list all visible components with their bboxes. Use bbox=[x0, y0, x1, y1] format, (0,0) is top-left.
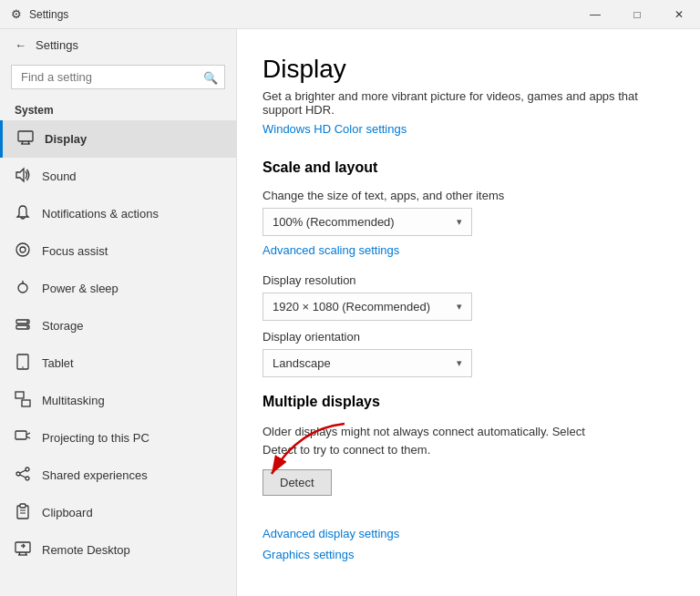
orientation-dropdown-arrow: ▾ bbox=[457, 357, 462, 369]
advanced-display-link[interactable]: Advanced display settings bbox=[262, 527, 664, 540]
orientation-label: Display orientation bbox=[262, 330, 664, 344]
detect-area: Detect bbox=[262, 469, 332, 512]
storage-icon bbox=[15, 316, 31, 335]
multitasking-icon bbox=[15, 391, 31, 410]
scale-label: Change the size of text, apps, and other… bbox=[262, 189, 664, 202]
sidebar-search-container: 🔍 bbox=[11, 65, 225, 89]
svg-rect-16 bbox=[15, 431, 26, 439]
sidebar-item-notifications[interactable]: Notifications & actions bbox=[0, 195, 236, 232]
sound-icon bbox=[15, 167, 31, 186]
scale-dropdown[interactable]: 100% (Recommended) ▾ bbox=[262, 208, 472, 236]
svg-rect-15 bbox=[22, 400, 30, 406]
sidebar-item-focus-assist[interactable]: Focus assist bbox=[0, 232, 236, 270]
scale-dropdown-arrow: ▾ bbox=[457, 216, 462, 228]
title-bar-left: ⚙ Settings bbox=[11, 7, 68, 21]
sidebar-item-tablet-label: Tablet bbox=[42, 356, 74, 370]
title-bar-title: Settings bbox=[29, 8, 68, 21]
svg-line-23 bbox=[20, 475, 26, 478]
projecting-icon bbox=[15, 428, 31, 447]
page-title: Display bbox=[262, 55, 664, 84]
sidebar-item-remote-desktop-label: Remote Desktop bbox=[42, 543, 130, 557]
svg-rect-0 bbox=[18, 131, 33, 141]
svg-point-13 bbox=[22, 366, 24, 368]
hdr-description: Get a brighter and more vibrant picture … bbox=[262, 89, 664, 117]
sidebar-item-display-label: Display bbox=[45, 132, 87, 146]
shared-experiences-icon bbox=[15, 466, 31, 485]
title-bar: ⚙ Settings — □ ✕ bbox=[0, 0, 700, 29]
resolution-dropdown[interactable]: 1920 × 1080 (Recommended) ▾ bbox=[262, 293, 472, 321]
sidebar-item-multitasking-label: Multitasking bbox=[42, 394, 105, 407]
minimize-button[interactable]: — bbox=[574, 0, 616, 29]
svg-point-6 bbox=[20, 247, 26, 252]
app-body: ← Settings 🔍 System Display bbox=[0, 29, 700, 596]
svg-point-10 bbox=[26, 321, 28, 323]
svg-line-22 bbox=[20, 470, 26, 473]
sidebar-item-shared-experiences-label: Shared experiences bbox=[42, 468, 148, 482]
clipboard-icon bbox=[15, 503, 31, 522]
orientation-dropdown-value: Landscape bbox=[273, 356, 331, 370]
orientation-dropdown[interactable]: Landscape ▾ bbox=[262, 349, 472, 377]
sidebar-item-power-sleep-label: Power & sleep bbox=[42, 282, 118, 295]
content-area: Display Get a brighter and more vibrant … bbox=[237, 29, 700, 596]
notifications-icon bbox=[15, 204, 31, 223]
svg-rect-25 bbox=[20, 504, 26, 508]
sidebar-item-shared-experiences[interactable]: Shared experiences bbox=[0, 457, 236, 494]
orientation-dropdown-wrapper: Landscape ▾ bbox=[262, 349, 664, 377]
sidebar-item-storage[interactable]: Storage bbox=[0, 307, 236, 344]
multiple-displays-desc: Older displays might not always connect … bbox=[262, 423, 609, 458]
maximize-button[interactable]: □ bbox=[616, 0, 658, 29]
sidebar-item-tablet[interactable]: Tablet bbox=[0, 344, 236, 382]
sidebar-item-display[interactable]: Display bbox=[0, 120, 236, 158]
sidebar-item-projecting-label: Projecting to this PC bbox=[42, 431, 149, 445]
sidebar-back-button[interactable]: ← Settings bbox=[0, 29, 236, 61]
content-links: Advanced display settings Graphics setti… bbox=[262, 527, 664, 561]
sidebar-item-sound-label: Sound bbox=[42, 170, 77, 183]
sidebar-item-projecting[interactable]: Projecting to this PC bbox=[0, 419, 236, 457]
sidebar-item-storage-label: Storage bbox=[42, 319, 84, 333]
scale-dropdown-wrapper: 100% (Recommended) ▾ bbox=[262, 208, 664, 236]
multiple-displays-title: Multiple displays bbox=[262, 394, 664, 410]
sidebar-item-power-sleep[interactable]: Power & sleep bbox=[0, 270, 236, 307]
focus-assist-icon bbox=[15, 241, 31, 261]
svg-point-11 bbox=[26, 326, 28, 328]
display-icon bbox=[17, 129, 34, 149]
sidebar-item-remote-desktop[interactable]: Remote Desktop bbox=[0, 531, 236, 569]
resolution-label: Display resolution bbox=[262, 273, 664, 287]
settings-app-icon: ⚙ bbox=[11, 7, 22, 21]
sidebar-item-multitasking[interactable]: Multitasking bbox=[0, 382, 236, 419]
svg-rect-14 bbox=[15, 392, 24, 398]
close-button[interactable]: ✕ bbox=[658, 0, 700, 29]
search-icon: 🔍 bbox=[203, 70, 218, 84]
power-sleep-icon bbox=[15, 279, 31, 298]
sidebar-item-sound[interactable]: Sound bbox=[0, 158, 236, 195]
svg-point-21 bbox=[26, 477, 29, 480]
back-icon: ← bbox=[15, 38, 26, 52]
detect-button[interactable]: Detect bbox=[262, 469, 332, 496]
advanced-scaling-link[interactable]: Advanced scaling settings bbox=[262, 243, 399, 257]
sidebar-item-focus-assist-label: Focus assist bbox=[42, 244, 108, 258]
resolution-dropdown-arrow: ▾ bbox=[457, 301, 462, 313]
svg-point-7 bbox=[18, 283, 27, 293]
sidebar: ← Settings 🔍 System Display bbox=[0, 29, 237, 596]
sidebar-item-notifications-label: Notifications & actions bbox=[42, 207, 159, 221]
hdr-link[interactable]: Windows HD Color settings bbox=[262, 122, 407, 136]
svg-point-19 bbox=[26, 468, 29, 471]
scale-dropdown-value: 100% (Recommended) bbox=[273, 215, 395, 229]
svg-point-20 bbox=[16, 472, 20, 476]
title-bar-controls: — □ ✕ bbox=[574, 0, 700, 29]
sidebar-section-label: System bbox=[0, 97, 236, 120]
graphics-settings-link[interactable]: Graphics settings bbox=[262, 548, 664, 561]
multiple-displays-section: Multiple displays Older displays might n… bbox=[262, 394, 664, 512]
sidebar-back-label: Settings bbox=[36, 38, 78, 52]
resolution-dropdown-wrapper: 1920 × 1080 (Recommended) ▾ bbox=[262, 293, 664, 321]
search-input[interactable] bbox=[11, 65, 225, 89]
tablet-icon bbox=[15, 354, 31, 373]
svg-marker-4 bbox=[16, 169, 24, 181]
scale-section-title: Scale and layout bbox=[262, 159, 664, 176]
sidebar-item-clipboard-label: Clipboard bbox=[42, 506, 93, 519]
remote-desktop-icon bbox=[15, 540, 31, 560]
sidebar-item-clipboard[interactable]: Clipboard bbox=[0, 494, 236, 531]
resolution-dropdown-value: 1920 × 1080 (Recommended) bbox=[273, 300, 430, 313]
svg-point-5 bbox=[16, 243, 29, 256]
